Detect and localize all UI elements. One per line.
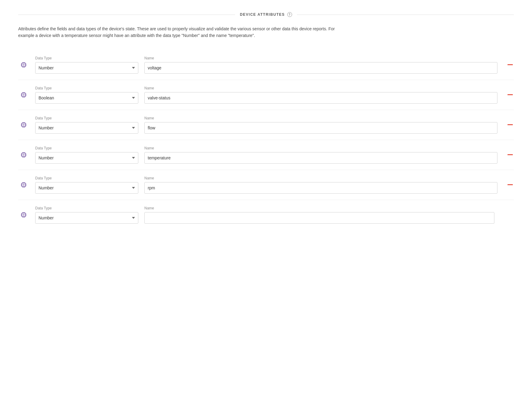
attribute-fields: Data TypeNumberBooleanStringGPSName [35, 176, 497, 194]
name-group: Name [144, 86, 497, 104]
data-type-select[interactable]: NumberBooleanStringGPS [35, 92, 138, 104]
attribute-row: Data TypeNumberBooleanStringGPSName [18, 170, 514, 200]
data-type-group: Data TypeNumberBooleanStringGPS [35, 176, 138, 194]
header-line-right [297, 15, 514, 15]
remove-attribute-button[interactable] [507, 91, 514, 98]
name-group: Name [144, 146, 497, 164]
attribute-fields: Data TypeNumberBooleanStringGPSName [35, 56, 497, 74]
name-group: Name [144, 116, 497, 134]
name-label: Name [144, 176, 497, 180]
data-type-label: Data Type [35, 146, 138, 150]
name-input[interactable] [144, 122, 497, 134]
chip-icon [18, 209, 29, 220]
attribute-row: Data TypeNumberBooleanStringGPSName [18, 200, 514, 230]
attribute-fields: Data TypeNumberBooleanStringGPSName [35, 146, 497, 164]
chip-icon [18, 89, 29, 100]
data-type-label: Data Type [35, 86, 138, 90]
help-icon[interactable]: ? [287, 12, 292, 17]
attributes-list: Data TypeNumberBooleanStringGPSName [18, 50, 514, 230]
remove-attribute-button[interactable] [507, 181, 514, 188]
svg-rect-43 [23, 154, 25, 156]
attribute-fields: Data TypeNumberBooleanStringGPSName [35, 86, 497, 104]
data-type-select[interactable]: NumberBooleanStringGPS [35, 62, 138, 74]
chip-icon [18, 59, 29, 70]
attribute-row: Data TypeNumberBooleanStringGPSName [18, 140, 514, 170]
svg-rect-57 [23, 184, 25, 186]
data-type-select[interactable]: NumberBooleanStringGPS [35, 182, 138, 194]
name-label: Name [144, 86, 497, 90]
name-input[interactable] [144, 152, 497, 164]
svg-rect-71 [23, 214, 25, 216]
chip-icon [18, 119, 29, 130]
svg-rect-1 [23, 64, 25, 66]
section-title: DEVICE ATTRIBUTES ? [235, 12, 297, 17]
header-line-left [18, 15, 235, 15]
name-label: Name [144, 56, 497, 60]
remove-attribute-button[interactable] [507, 61, 514, 68]
section-header: DEVICE ATTRIBUTES ? [18, 12, 514, 17]
name-group: Name [144, 176, 497, 194]
data-type-label: Data Type [35, 176, 138, 180]
data-type-select[interactable]: NumberBooleanStringGPS [35, 152, 138, 164]
data-type-group: Data TypeNumberBooleanStringGPS [35, 86, 138, 104]
attribute-row: Data TypeNumberBooleanStringGPSName [18, 50, 514, 80]
name-group: Name [144, 206, 494, 224]
data-type-group: Data TypeNumberBooleanStringGPS [35, 56, 138, 74]
data-type-group: Data TypeNumberBooleanStringGPS [35, 146, 138, 164]
name-input[interactable] [144, 62, 497, 74]
data-type-group: Data TypeNumberBooleanStringGPS [35, 116, 138, 134]
data-type-select[interactable]: NumberBooleanStringGPS [35, 122, 138, 134]
data-type-group: Data TypeNumberBooleanStringGPS [35, 206, 138, 224]
chip-icon [18, 179, 29, 190]
data-type-label: Data Type [35, 56, 138, 60]
name-input[interactable] [144, 212, 494, 224]
attribute-fields: Data TypeNumberBooleanStringGPSName [35, 116, 497, 134]
attribute-fields: Data TypeNumberBooleanStringGPSName [35, 206, 494, 224]
name-input[interactable] [144, 92, 497, 104]
data-type-label: Data Type [35, 206, 138, 210]
name-label: Name [144, 146, 497, 150]
data-type-label: Data Type [35, 116, 138, 120]
name-label: Name [144, 206, 494, 210]
name-group: Name [144, 56, 497, 74]
name-label: Name [144, 116, 497, 120]
remove-attribute-button[interactable] [507, 151, 514, 158]
attribute-row: Data TypeNumberBooleanStringGPSName [18, 110, 514, 140]
chip-icon [18, 149, 29, 160]
attribute-row: Data TypeNumberBooleanStringGPSName [18, 80, 514, 110]
name-input[interactable] [144, 182, 497, 194]
data-type-select[interactable]: NumberBooleanStringGPS [35, 212, 138, 224]
svg-rect-29 [23, 124, 25, 126]
remove-attribute-button[interactable] [507, 121, 514, 128]
section-description: Attributes define the fields and data ty… [18, 25, 352, 39]
section-title-text: DEVICE ATTRIBUTES [240, 12, 285, 17]
svg-rect-15 [23, 94, 25, 96]
